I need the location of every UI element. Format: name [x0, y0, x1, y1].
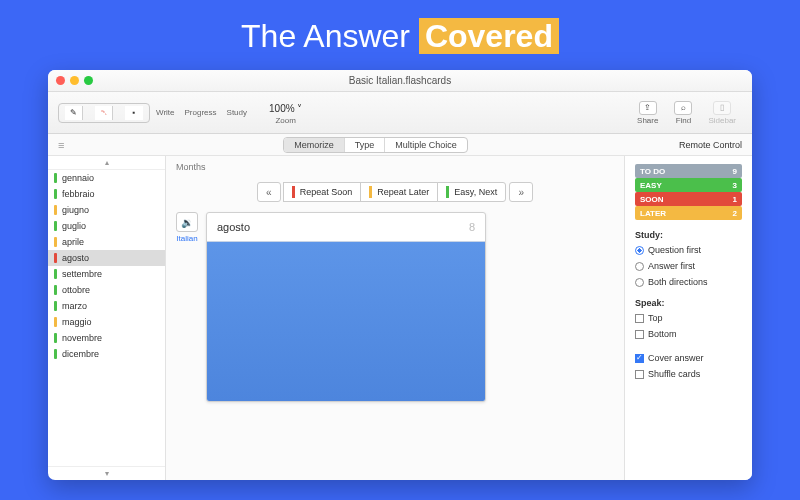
- sidebar-list: gennaiofebbraiogiugnoguglioaprileagostos…: [48, 170, 165, 466]
- sidebar-item[interactable]: gennaio: [48, 170, 165, 186]
- radio-icon: [635, 246, 644, 255]
- repeat-later-button[interactable]: Repeat Later: [360, 182, 438, 202]
- card-word: agosto: [217, 221, 250, 233]
- sidebar: ▴ gennaiofebbraiogiugnoguglioaprileagost…: [48, 156, 166, 480]
- status-stripe: [54, 253, 57, 263]
- checkbox-icon: [635, 370, 644, 379]
- speak-heading: Speak:: [635, 298, 742, 308]
- find-button[interactable]: ⌕Find: [668, 99, 698, 127]
- speak-button[interactable]: 🔉 Italian: [176, 212, 198, 243]
- flashcard[interactable]: agosto 8: [206, 212, 486, 402]
- prev-button[interactable]: «: [257, 182, 281, 202]
- study-heading: Study:: [635, 230, 742, 240]
- sidebar-item[interactable]: settembre: [48, 266, 165, 282]
- mode-segmented[interactable]: Memorize Type Multiple Choice: [283, 137, 468, 153]
- remote-control-label[interactable]: Remote Control: [679, 140, 742, 150]
- card-number: 8: [469, 221, 475, 233]
- opt-speak-top[interactable]: Top: [635, 312, 742, 324]
- status-stripe: [54, 237, 57, 247]
- write-button[interactable]: ✎: [59, 104, 89, 122]
- status-pill-later: LATER2: [635, 206, 742, 220]
- zoom-control[interactable]: 100% ˅ Zoom: [263, 101, 308, 125]
- status-pill-soon: SOON1: [635, 192, 742, 206]
- share-button[interactable]: ⇪Share: [631, 99, 664, 127]
- zoom-label: Zoom: [275, 116, 295, 125]
- next-button[interactable]: »: [509, 182, 533, 202]
- sidebar-item[interactable]: febbraio: [48, 186, 165, 202]
- sidebar-item-label: maggio: [62, 317, 92, 327]
- subtoolbar: ≡ Memorize Type Multiple Choice Remote C…: [48, 134, 752, 156]
- sidebar-sort-down[interactable]: ▾: [48, 466, 165, 480]
- right-panel: TO DO9EASY3SOON1LATER2 Study: Question f…: [624, 156, 752, 480]
- opt-question-first[interactable]: Question first: [635, 244, 742, 256]
- tab-memorize[interactable]: Memorize: [284, 138, 345, 152]
- sidebar-item-label: ottobre: [62, 285, 90, 295]
- tab-type[interactable]: Type: [345, 138, 386, 152]
- status-pill-easy: EASY3: [635, 178, 742, 192]
- cards-icon: ▪: [125, 106, 143, 120]
- study-area: Months « Repeat Soon Repeat Later Easy, …: [166, 156, 624, 480]
- status-stripe: [54, 269, 57, 279]
- sidebar-item-label: febbraio: [62, 189, 95, 199]
- menu-icon[interactable]: ≡: [58, 139, 72, 151]
- toolbar: ✎ ␡ ▪ Write Progress Study 100% ˅ Zoom ⇪…: [48, 92, 752, 134]
- opt-cover-answer[interactable]: Cover answer: [635, 352, 742, 364]
- status-stripe: [54, 173, 57, 183]
- radio-icon: [635, 262, 644, 271]
- tab-multiple[interactable]: Multiple Choice: [385, 138, 467, 152]
- sidebar-item-label: dicembre: [62, 349, 99, 359]
- progress-label: Progress: [185, 108, 217, 117]
- window-title: Basic Italian.flashcards: [48, 75, 752, 86]
- radio-icon: [635, 278, 644, 287]
- checkbox-icon: [635, 354, 644, 363]
- sidebar-sort-up[interactable]: ▴: [48, 156, 165, 170]
- sidebar-item-label: agosto: [62, 253, 89, 263]
- sidebar-icon: ▯: [713, 101, 731, 115]
- sidebar-item-label: novembre: [62, 333, 102, 343]
- titlebar: Basic Italian.flashcards: [48, 70, 752, 92]
- sidebar-item-label: aprile: [62, 237, 84, 247]
- pencil-icon: ✎: [65, 106, 83, 120]
- status-stripe: [54, 205, 57, 215]
- progress-button[interactable]: ␡: [89, 104, 119, 122]
- sidebar-item-label: marzo: [62, 301, 87, 311]
- sidebar-item[interactable]: dicembre: [48, 346, 165, 362]
- sidebar-item[interactable]: ottobre: [48, 282, 165, 298]
- sidebar-item[interactable]: giugno: [48, 202, 165, 218]
- repeat-soon-button[interactable]: Repeat Soon: [283, 182, 362, 202]
- sidebar-item[interactable]: guglio: [48, 218, 165, 234]
- share-icon: ⇪: [639, 101, 657, 115]
- app-window: Basic Italian.flashcards ✎ ␡ ▪ Write Pro…: [48, 70, 752, 480]
- answer-buttons: « Repeat Soon Repeat Later Easy, Next »: [176, 182, 614, 202]
- opt-shuffle[interactable]: Shuffle cards: [635, 368, 742, 380]
- sidebar-item-label: settembre: [62, 269, 102, 279]
- easy-next-button[interactable]: Easy, Next: [437, 182, 506, 202]
- sidebar-item-label: giugno: [62, 205, 89, 215]
- status-stripe: [54, 333, 57, 343]
- status-stripe: [54, 317, 57, 327]
- status-stripe: [54, 221, 57, 231]
- status-stripe: [54, 189, 57, 199]
- hero-title: The Answer Covered: [0, 0, 800, 69]
- opt-answer-first[interactable]: Answer first: [635, 260, 742, 272]
- category-label: Months: [176, 162, 614, 172]
- sidebar-item[interactable]: aprile: [48, 234, 165, 250]
- sidebar-button[interactable]: ▯Sidebar: [702, 99, 742, 127]
- answer-cover[interactable]: [207, 241, 485, 401]
- sidebar-item[interactable]: maggio: [48, 314, 165, 330]
- status-stripe: [54, 301, 57, 311]
- search-icon: ⌕: [674, 101, 692, 115]
- study-button[interactable]: ▪: [119, 104, 149, 122]
- speaker-icon: 🔉: [176, 212, 198, 232]
- sidebar-item-label: guglio: [62, 221, 86, 231]
- sidebar-item[interactable]: marzo: [48, 298, 165, 314]
- study-label: Study: [227, 108, 247, 117]
- speak-language: Italian: [176, 234, 197, 243]
- sidebar-item-label: gennaio: [62, 173, 94, 183]
- bars-icon: ␡: [95, 106, 113, 120]
- sidebar-item[interactable]: agosto: [48, 250, 165, 266]
- opt-both-directions[interactable]: Both directions: [635, 276, 742, 288]
- checkbox-icon: [635, 314, 644, 323]
- opt-speak-bottom[interactable]: Bottom: [635, 328, 742, 340]
- sidebar-item[interactable]: novembre: [48, 330, 165, 346]
